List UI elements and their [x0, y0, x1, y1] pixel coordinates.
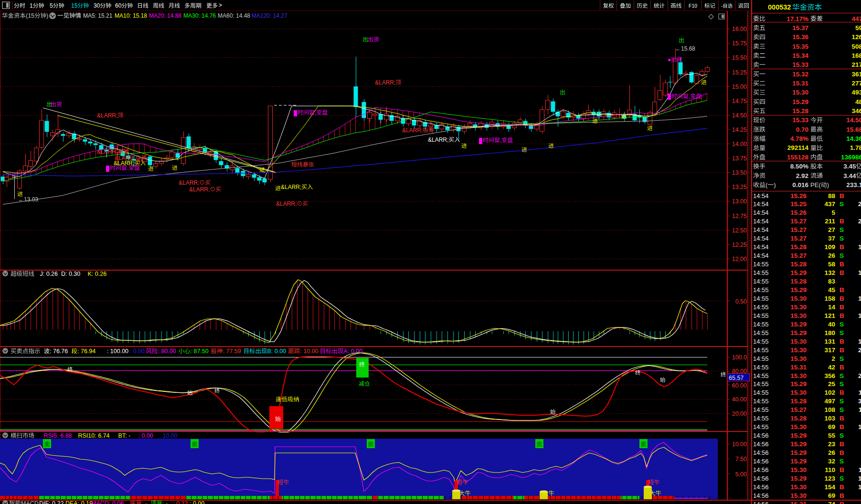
svg-text:): )	[774, 181, 776, 189]
svg-text:14:54: 14:54	[753, 200, 769, 208]
svg-text:15.33: 15.33	[792, 116, 808, 124]
svg-text:45: 45	[828, 286, 836, 294]
svg-text:25: 25	[828, 380, 836, 388]
svg-text:15.30: 15.30	[790, 372, 807, 379]
svg-text:15.29: 15.29	[790, 449, 807, 456]
svg-text:B: B	[840, 192, 844, 200]
svg-text:MA20: 14.88: MA20: 14.88	[149, 12, 181, 19]
svg-text:): )	[46, 12, 48, 19]
svg-text:136986: 136986	[841, 154, 861, 161]
svg-text:MA120: 14.27: MA120: 14.27	[252, 12, 287, 19]
svg-text:14:56: 14:56	[753, 475, 769, 482]
svg-text:14.75: 14.75	[732, 98, 747, 105]
svg-text:103: 103	[825, 415, 836, 422]
svg-text:15.28: 15.28	[792, 107, 808, 115]
svg-text:20.00: 20.00	[732, 410, 747, 417]
svg-text:0.70: 0.70	[796, 126, 808, 133]
svg-text:83: 83	[828, 278, 836, 285]
svg-text:14:55: 14:55	[753, 269, 769, 276]
svg-text:131: 131	[825, 338, 836, 345]
svg-text:15.32: 15.32	[792, 71, 808, 78]
svg-text:&LARR;: &LARR;	[114, 160, 134, 167]
svg-text:14:55: 14:55	[753, 355, 769, 362]
svg-text:26: 26	[828, 252, 836, 259]
svg-text:60.00: 60.00	[732, 382, 747, 389]
svg-text:B: B	[840, 312, 844, 319]
svg-text:B: B	[840, 338, 844, 345]
svg-text:11: 11	[859, 389, 861, 396]
svg-text:15.25: 15.25	[732, 69, 747, 76]
svg-text:14:56: 14:56	[753, 483, 769, 491]
svg-text:,: ,	[689, 93, 690, 100]
svg-text:17: 17	[858, 475, 861, 482]
svg-text:15.33: 15.33	[792, 61, 808, 68]
svg-text:14:56: 14:56	[753, 492, 769, 499]
svg-text:447: 447	[852, 15, 861, 22]
svg-text:14:55: 14:55	[753, 415, 769, 422]
svg-text:S: S	[840, 380, 844, 388]
svg-text:8.50%: 8.50%	[790, 163, 808, 170]
svg-text:S: S	[840, 226, 844, 233]
svg-text:14:54: 14:54	[753, 243, 769, 251]
svg-text:2: 2	[832, 355, 836, 362]
svg-text:277: 277	[852, 80, 861, 87]
svg-text:DIF: 0.22: DIF: 0.22	[39, 500, 64, 504]
svg-text:317: 317	[825, 346, 836, 354]
svg-text:B: B	[840, 243, 844, 251]
svg-text:←13.03: ←13.03	[18, 196, 38, 203]
svg-text:11: 11	[859, 406, 861, 413]
svg-text:&LARR;: &LARR;	[97, 112, 117, 119]
svg-text:S: S	[840, 406, 844, 413]
svg-text:: 76.76: : 76.76	[50, 348, 68, 355]
svg-text:-: -	[721, 3, 723, 9]
svg-text:154: 154	[825, 483, 836, 491]
svg-text:15.30: 15.30	[790, 346, 807, 354]
svg-text:55: 55	[828, 432, 836, 439]
svg-text:14:55: 14:55	[753, 372, 769, 379]
svg-text:12.50: 12.50	[732, 227, 747, 234]
svg-text:10: 10	[858, 423, 861, 430]
svg-text:,: ,	[315, 109, 316, 116]
svg-text:40: 40	[828, 321, 835, 328]
svg-text:15.30: 15.30	[790, 338, 807, 345]
svg-text:MA5: 15.21: MA5: 15.21	[83, 12, 113, 19]
svg-text:27: 27	[828, 226, 835, 233]
svg-text:K: 0.26: K: 0.26	[86, 271, 106, 277]
svg-text:37: 37	[828, 235, 835, 242]
svg-text:MA30: 14.76: MA30: 14.76	[183, 12, 216, 19]
svg-text:000532: 000532	[768, 3, 791, 11]
svg-text:15.31: 15.31	[790, 501, 807, 504]
svg-text:356: 356	[825, 372, 836, 379]
svg-text:22: 22	[858, 218, 861, 225]
svg-text:34: 34	[858, 398, 861, 405]
svg-text:7.50: 7.50	[735, 456, 747, 462]
svg-text:14:55: 14:55	[753, 321, 769, 328]
svg-text:S: S	[840, 321, 844, 328]
svg-text:0.016: 0.016	[792, 181, 808, 189]
svg-text:5: 5	[50, 2, 53, 9]
svg-text:5.00: 5.00	[735, 471, 747, 478]
svg-text:14:56: 14:56	[753, 432, 769, 439]
svg-text:15.29: 15.29	[790, 458, 807, 465]
svg-text:RSI5: 6.88: RSI5: 6.88	[42, 432, 72, 439]
svg-text:2.92: 2.92	[796, 172, 808, 179]
svg-text:B: B	[840, 389, 844, 396]
svg-text:>: >	[219, 2, 222, 9]
svg-text:15.30: 15.30	[790, 389, 807, 396]
svg-text:B: B	[840, 346, 844, 354]
svg-text:15.50: 15.50	[732, 54, 747, 61]
svg-text:14.50: 14.50	[846, 116, 861, 124]
svg-text:155128: 155128	[787, 154, 809, 161]
svg-text:15.30: 15.30	[790, 466, 807, 473]
svg-text:(: (	[765, 181, 768, 189]
svg-text:42: 42	[828, 364, 835, 371]
svg-text:F10: F10	[689, 3, 697, 9]
svg-text:13.00: 13.00	[732, 198, 747, 205]
svg-text:497: 497	[825, 398, 836, 405]
svg-text:13.50: 13.50	[732, 169, 747, 176]
svg-text:48: 48	[855, 98, 861, 105]
svg-text:14:55: 14:55	[753, 295, 769, 302]
svg-text:13.25: 13.25	[732, 184, 747, 190]
svg-text:69: 69	[828, 492, 835, 499]
svg-text:14:54: 14:54	[753, 235, 769, 242]
